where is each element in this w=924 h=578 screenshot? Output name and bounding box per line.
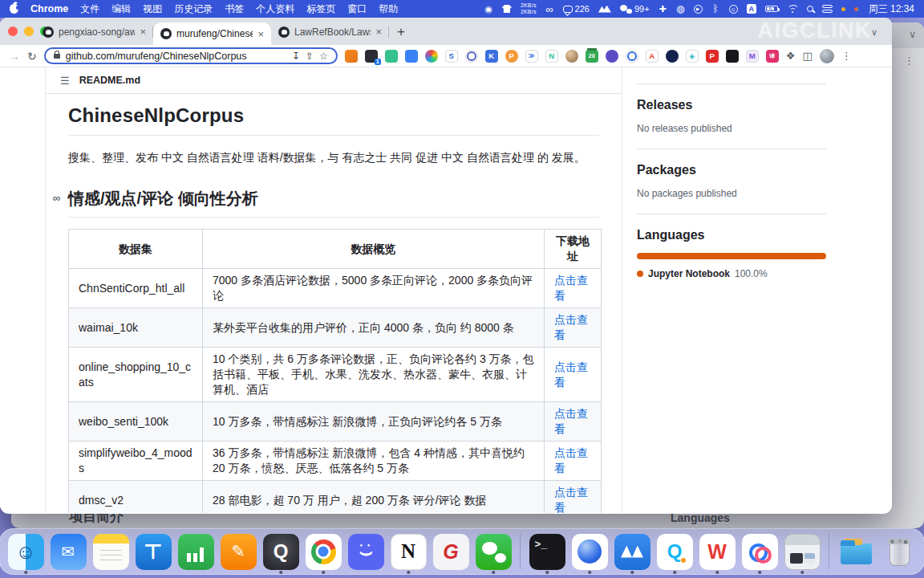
tab-close-icon[interactable]: × <box>140 26 146 38</box>
status-dot-orange-icon[interactable] <box>841 7 845 11</box>
dock-quicktime[interactable]: Q <box>261 528 301 575</box>
extension-icon-metamask[interactable] <box>345 50 358 63</box>
extension-icon-flipboard[interactable]: P <box>706 50 719 63</box>
menu-item-help[interactable]: 帮助 <box>379 2 398 16</box>
url-text[interactable]: github.com/murufeng/ChineseNlpCorpus <box>66 51 286 62</box>
dock-numbers[interactable] <box>176 528 216 575</box>
dock-trash[interactable] <box>878 528 918 575</box>
extension-icon-s[interactable]: S <box>445 50 458 63</box>
extension-icon-purple-circle[interactable] <box>606 50 618 63</box>
spotlight-icon[interactable] <box>807 6 813 12</box>
download-link[interactable]: 点击查看 <box>554 407 588 435</box>
apple-logo-icon[interactable] <box>10 4 18 14</box>
dock-downloads-folder[interactable] <box>836 528 876 575</box>
message-count-icon[interactable]: 226 <box>563 4 590 14</box>
download-link[interactable]: 点击查看 <box>554 274 588 302</box>
download-page-icon[interactable]: ↧ <box>292 51 300 61</box>
language-legend[interactable]: Jupyter Notebook 100.0% <box>637 268 826 279</box>
language-name[interactable]: Jupyter Notebook <box>648 268 730 279</box>
play-status-icon[interactable]: ▶ <box>694 5 703 14</box>
dock-chrome[interactable] <box>303 528 343 575</box>
menu-item-history[interactable]: 历史记录 <box>174 2 213 16</box>
dock-wechat[interactable] <box>473 528 513 575</box>
extension-icon-n-green[interactable]: N <box>545 50 558 63</box>
menu-item-window[interactable]: 窗口 <box>347 2 367 16</box>
extension-icon-droplet[interactable]: ◈ <box>686 50 699 63</box>
language-bar[interactable] <box>637 253 826 259</box>
download-link[interactable]: 点击查看 <box>554 360 588 389</box>
extension-icon-dark-badge[interactable]: 1 <box>365 50 378 63</box>
close-window-button[interactable] <box>8 26 18 36</box>
input-method-icon[interactable]: A <box>747 4 756 14</box>
new-tab-button[interactable]: + <box>397 25 405 39</box>
menu-app-name[interactable]: Chrome <box>30 3 68 14</box>
control-center-icon[interactable] <box>822 5 833 12</box>
tab-lawrefbook[interactable]: LawRefBook/Laws × <box>271 18 389 45</box>
extension-icon-calendar[interactable]: 20 <box>586 50 598 63</box>
tab-chinese-nlp-corpus[interactable]: murufeng/ChineseNlpCorpus: × <box>153 22 271 45</box>
minimize-window-button[interactable] <box>24 26 34 36</box>
extension-icon-ring[interactable] <box>465 50 478 63</box>
releases-heading[interactable]: Releases <box>637 98 826 112</box>
tab-awesome-chinese[interactable]: pengxiao-song/awesome-chin × <box>35 18 153 45</box>
extension-icon-green[interactable] <box>385 50 398 63</box>
dock-terminal[interactable]: >_ <box>527 528 567 575</box>
user-status-icon[interactable]: ☺ <box>729 5 738 14</box>
menu-item-view[interactable]: 视图 <box>143 2 162 16</box>
browser-menu-kebab-icon[interactable]: ⋮ <box>841 51 852 61</box>
extensions-puzzle-icon[interactable]: ❖ <box>786 51 796 61</box>
extension-icon-translate[interactable]: 译 <box>766 50 779 63</box>
bg-tab-chevron-icon[interactable]: ∨ <box>909 29 916 40</box>
download-link[interactable]: 点击查看 <box>554 313 588 341</box>
share-icon[interactable]: ⇧ <box>306 51 314 61</box>
creative-cloud-icon[interactable]: ◍ <box>676 3 685 14</box>
dock-thunder[interactable] <box>569 528 610 575</box>
download-link[interactable]: 点击查看 <box>554 486 588 513</box>
menu-item-bookmarks[interactable]: 书签 <box>225 2 244 16</box>
rings-app-icon[interactable]: ∞ <box>545 3 554 15</box>
plus-app-icon[interactable]: ✚ <box>659 4 667 14</box>
extension-icon-k[interactable]: K <box>485 50 498 63</box>
dock-qq[interactable]: Q <box>654 528 695 575</box>
garment-app-icon[interactable] <box>502 5 512 13</box>
bg-menu-kebab-icon[interactable]: ⋮ <box>904 55 914 67</box>
menu-item-edit[interactable]: 编辑 <box>111 2 131 16</box>
dock-circles-app[interactable] <box>740 528 780 575</box>
dock-mail[interactable]: ✉ <box>48 528 88 575</box>
tab-search-chevron-icon[interactable]: ∨ <box>871 27 877 38</box>
toc-list-icon[interactable]: ☰ <box>60 75 70 87</box>
dock-mountain-app[interactable] <box>612 528 652 575</box>
dock-notes[interactable] <box>91 528 131 575</box>
dock-discord[interactable]: ⌣ <box>346 528 386 575</box>
extension-icon-rainbow[interactable] <box>425 50 438 63</box>
menu-item-file[interactable]: 文件 <box>80 2 99 16</box>
network-speed[interactable]: 2KB/s2KB/s <box>521 2 537 15</box>
extension-icon-dark-circle[interactable] <box>666 50 679 63</box>
tab-close-icon[interactable]: × <box>375 26 382 38</box>
extension-icon-black-flower[interactable] <box>726 50 739 63</box>
wechat-status-icon[interactable]: 99+ <box>620 4 650 14</box>
extension-icon-avatar[interactable] <box>565 50 578 63</box>
forward-button[interactable]: → <box>8 50 20 62</box>
side-panel-icon[interactable]: ◫ <box>802 51 812 61</box>
packages-heading[interactable]: Packages <box>637 163 826 177</box>
extension-icon-m-purple[interactable]: M <box>746 50 759 63</box>
extension-icon-chevrons[interactable]: ≫ <box>525 50 538 63</box>
extension-icon-a-red[interactable]: A <box>646 50 659 63</box>
reload-button[interactable]: ↻ <box>27 51 37 62</box>
status-dot-red-icon[interactable] <box>854 7 858 11</box>
menu-clock[interactable]: 周三 12:34 <box>869 2 914 16</box>
dock-notion[interactable]: N <box>388 528 428 575</box>
dock-finder[interactable]: ☺ <box>6 528 46 575</box>
wifi-icon[interactable] <box>787 5 798 13</box>
dock-keynote[interactable]: ⊤ <box>133 528 173 575</box>
anchor-link-icon[interactable]: ∞ <box>53 192 60 204</box>
extension-icon-p-orange[interactable]: P <box>505 50 518 63</box>
bluetooth-icon[interactable]: ᛒ <box>711 3 720 14</box>
profile-avatar[interactable] <box>820 49 834 63</box>
mountains-app-icon[interactable] <box>598 6 611 13</box>
bookmark-star-icon[interactable]: ☆ <box>319 51 328 61</box>
menu-item-profiles[interactable]: 个人资料 <box>256 2 294 16</box>
dock-preview-window[interactable] <box>782 528 822 575</box>
battery-icon[interactable]: ϟ <box>765 6 778 13</box>
